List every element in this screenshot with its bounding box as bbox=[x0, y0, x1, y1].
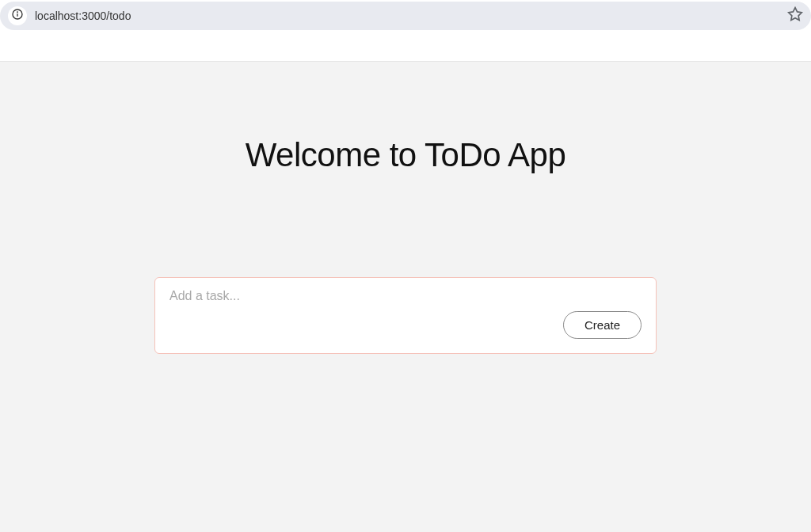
browser-chrome-spacer bbox=[0, 32, 811, 62]
site-info-button[interactable] bbox=[8, 6, 27, 25]
page-title: Welcome to ToDo App bbox=[246, 136, 566, 174]
task-input[interactable] bbox=[169, 289, 642, 303]
task-card: Create bbox=[154, 277, 657, 354]
address-bar[interactable]: localhost:3000/todo bbox=[0, 2, 811, 30]
create-button[interactable]: Create bbox=[563, 311, 642, 339]
svg-point-2 bbox=[17, 12, 18, 13]
url-text[interactable]: localhost:3000/todo bbox=[35, 10, 787, 22]
page-content: Welcome to ToDo App Create bbox=[0, 62, 811, 532]
info-icon bbox=[11, 8, 24, 24]
bookmark-star-icon[interactable] bbox=[787, 6, 803, 25]
svg-marker-3 bbox=[789, 8, 802, 21]
task-card-actions: Create bbox=[169, 311, 642, 339]
